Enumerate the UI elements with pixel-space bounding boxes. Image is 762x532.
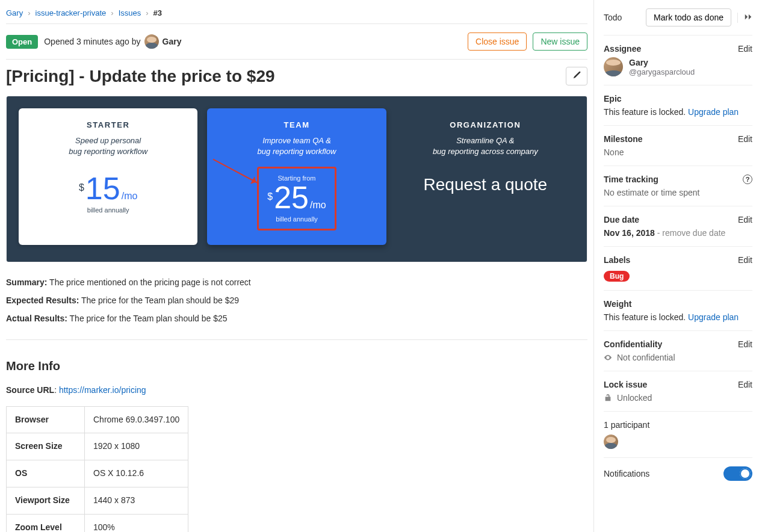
price-value: 25 <box>274 182 309 213</box>
info-key: OS <box>7 460 85 487</box>
expected-text: The price for the Team plan should be $2… <box>81 295 239 305</box>
labels-edit[interactable]: Edit <box>738 255 752 265</box>
price-value: 15 <box>85 173 120 204</box>
info-value: Chrome 69.0.3497.100 <box>85 406 188 433</box>
assignee-title: Assignee <box>604 44 641 54</box>
source-url-label: Source URL <box>6 385 54 395</box>
info-key: Viewport Size <box>7 487 85 514</box>
issue-body: Summary: The price mentioned on the pric… <box>6 262 587 339</box>
status-badge: Open <box>6 35 38 49</box>
collapse-sidebar-button[interactable] <box>737 13 752 23</box>
sidebar-participants: 1 participant <box>604 412 752 458</box>
breadcrumb-separator: › <box>146 8 148 17</box>
plan-card-team: TEAM Improve team QA & bug reporting wor… <box>207 108 386 245</box>
billed-text: billed annually <box>267 215 326 223</box>
info-value: 100% <box>85 514 188 532</box>
edit-title-button[interactable] <box>566 67 587 85</box>
assignee-name: Gary <box>629 58 695 67</box>
sidebar-notifications: Notifications <box>604 458 752 489</box>
assignee-user[interactable]: Gary @garygasparcloud <box>604 57 752 76</box>
weight-locked-text: This feature is locked. <box>604 312 686 322</box>
participant-avatar[interactable] <box>604 435 618 449</box>
breadcrumbs: Gary › issue-tracker-private › Issues › … <box>6 6 587 23</box>
mark-todo-done-button[interactable]: Mark todo as done <box>646 8 731 26</box>
assignee-avatar <box>604 57 623 76</box>
participants-count: 1 participant <box>604 420 752 430</box>
plan-card-starter: STARTER Speed up personal bug reporting … <box>19 108 197 245</box>
author-name[interactable]: Gary <box>163 37 182 46</box>
actual-label: Actual Results: <box>6 314 67 323</box>
table-row: Zoom Level100% <box>7 514 188 532</box>
sidebar-assignee: Assignee Edit Gary @garygasparcloud <box>604 36 752 85</box>
weight-title: Weight <box>604 299 631 309</box>
pencil-icon <box>572 71 581 79</box>
currency: $ <box>79 182 84 193</box>
currency: $ <box>267 191 273 202</box>
table-row: BrowserChrome 69.0.3497.100 <box>7 406 188 433</box>
breadcrumb-repo[interactable]: issue-tracker-private <box>36 8 107 17</box>
info-value: OS X 10.12.6 <box>85 460 188 487</box>
opened-text: Opened 3 minutes ago by <box>44 37 140 46</box>
author-avatar[interactable] <box>144 34 159 49</box>
breadcrumb-owner[interactable]: Gary <box>6 8 23 17</box>
lock-title: Lock issue <box>604 380 647 389</box>
more-info-section: More Info Source URL: https://marker.io/… <box>6 340 587 532</box>
due-edit[interactable]: Edit <box>738 215 752 224</box>
sidebar-time-tracking: Time tracking ? No estimate or time spen… <box>604 166 752 206</box>
table-row: Screen Size1920 x 1080 <box>7 433 188 460</box>
price-box-highlighted: Starting from $ 25 /mo billed annually <box>257 167 336 230</box>
lock-open-icon <box>604 394 612 402</box>
issue-title: [Pricing] - Update the price to $29 <box>6 67 560 86</box>
info-value: 1920 x 1080 <box>85 433 188 460</box>
title-row: [Pricing] - Update the price to $29 <box>6 60 587 96</box>
notifications-label: Notifications <box>604 469 649 478</box>
sidebar-weight: Weight This feature is locked. Upgrade p… <box>604 291 752 331</box>
epic-upgrade-link[interactable]: Upgrade plan <box>688 107 739 117</box>
starting-from: Starting from <box>267 175 326 182</box>
epic-locked-text: This feature is locked. <box>604 107 686 117</box>
summary-text: The price mentioned on the pricing page … <box>49 277 251 287</box>
source-url-link[interactable]: https://marker.io/pricing <box>59 385 146 395</box>
confidentiality-edit[interactable]: Edit <box>738 339 752 349</box>
sidebar-epic: Epic This feature is locked. Upgrade pla… <box>604 85 752 126</box>
assignee-edit[interactable]: Edit <box>738 44 752 54</box>
annotation-arrow <box>213 159 259 184</box>
more-info-heading: More Info <box>6 356 587 376</box>
table-row: Viewport Size1440 x 873 <box>7 487 188 514</box>
lock-edit[interactable]: Edit <box>738 380 752 389</box>
sidebar-confidentiality: Confidentiality Edit Not confidential <box>604 331 752 371</box>
check-icon <box>742 472 748 478</box>
sidebar-milestone: Milestone Edit None <box>604 126 752 166</box>
plan-name: TEAM <box>215 120 377 129</box>
labels-title: Labels <box>604 255 630 265</box>
breadcrumb-section[interactable]: Issues <box>119 8 141 17</box>
issue-meta: Opened 3 minutes ago by Gary <box>44 34 181 49</box>
info-key: Zoom Level <box>7 514 85 532</box>
help-icon[interactable]: ? <box>743 175 752 184</box>
new-issue-button[interactable]: New issue <box>533 32 587 51</box>
breadcrumb-separator: › <box>28 8 30 17</box>
plan-card-organization: ORGANIZATION Streamline QA & bug reporti… <box>396 108 575 245</box>
due-date-value: Nov 16, 2018 <box>604 228 655 238</box>
price-unit: /mo <box>122 191 138 202</box>
price-unit: /mo <box>310 200 326 211</box>
plan-name: ORGANIZATION <box>404 120 566 129</box>
request-quote: Request a quote <box>404 175 566 194</box>
milestone-edit[interactable]: Edit <box>738 134 752 144</box>
milestone-title: Milestone <box>604 134 643 144</box>
remove-due-date[interactable]: - remove due date <box>655 228 726 238</box>
breadcrumb-separator: › <box>111 8 113 17</box>
time-value: No estimate or time spent <box>604 188 752 197</box>
attachment-image[interactable]: STARTER Speed up personal bug reporting … <box>6 96 587 262</box>
confidentiality-title: Confidentiality <box>604 339 662 349</box>
plan-name: STARTER <box>27 120 189 129</box>
info-value: 1440 x 873 <box>85 487 188 514</box>
weight-upgrade-link[interactable]: Upgrade plan <box>688 312 739 322</box>
pricing-cards: STARTER Speed up personal bug reporting … <box>7 96 587 262</box>
todo-row: Todo Mark todo as done <box>604 8 752 36</box>
main-content: Gary › issue-tracker-private › Issues › … <box>0 0 593 532</box>
info-table: BrowserChrome 69.0.3497.100Screen Size19… <box>6 406 188 532</box>
notifications-toggle[interactable] <box>723 466 752 481</box>
close-issue-button[interactable]: Close issue <box>468 32 527 51</box>
label-chip[interactable]: Bug <box>604 271 630 282</box>
